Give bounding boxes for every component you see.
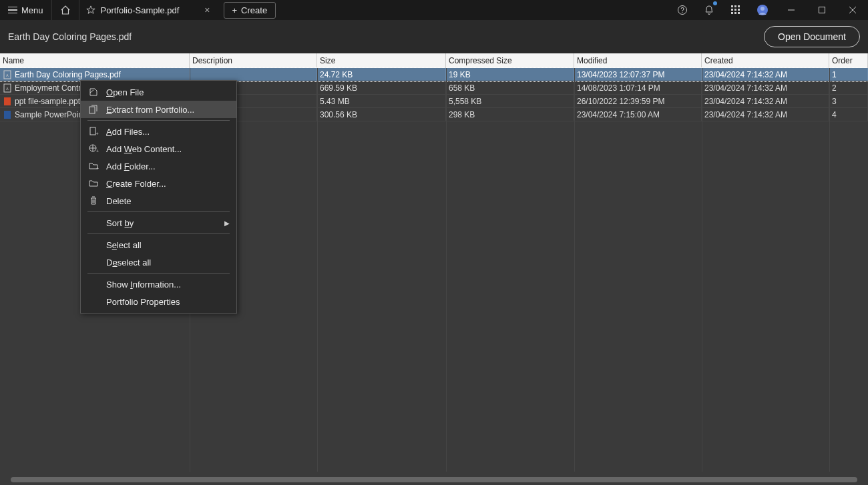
document-tab[interactable]: Portfolio-Sample.pdf ×: [79, 0, 217, 20]
open-file-icon: [87, 86, 99, 98]
cell-compressed: 5,558 KB: [446, 95, 574, 107]
svg-rect-2: [731, 5, 733, 7]
menu-label: Select all: [106, 240, 230, 250]
cell-order: 1: [829, 68, 868, 81]
menu-label: Menu: [21, 5, 43, 15]
svg-rect-7: [738, 9, 740, 11]
add-web-icon: +: [87, 143, 99, 155]
cell-created: 23/04/2024 7:14:32 AM: [702, 68, 829, 81]
cell-size: 5.43 MB: [317, 95, 446, 107]
menu-deselect-all[interactable]: Deselect all: [81, 254, 236, 271]
menu-label: Add Web Content...: [106, 144, 230, 154]
add-folder-icon: +: [87, 160, 99, 172]
cell-order: 3: [829, 95, 868, 107]
cell-created: 23/04/2024 7:14:32 AM: [702, 108, 829, 121]
plus-icon: +: [232, 5, 238, 15]
th-name[interactable]: Name: [0, 53, 190, 68]
svg-rect-21: [4, 97, 11, 105]
svg-rect-24: [90, 127, 95, 135]
horizontal-scrollbar[interactable]: [11, 477, 857, 482]
menu-add-web[interactable]: + Add Web Content...: [81, 140, 236, 157]
bell-icon: [704, 5, 714, 15]
cell-compressed: 298 KB: [446, 108, 574, 121]
th-compressed[interactable]: Compressed Size: [446, 53, 574, 68]
open-document-label: Open Document: [778, 31, 846, 42]
column-separator[interactable]: [702, 68, 702, 472]
hamburger-icon: [8, 7, 17, 14]
home-button[interactable]: [52, 0, 79, 20]
menu-label: Extract from Portfolio...: [106, 105, 230, 115]
ppt-file-icon: [3, 97, 12, 106]
create-button[interactable]: + Create: [224, 2, 276, 19]
svg-rect-5: [731, 9, 733, 11]
profile-button[interactable]: [749, 0, 776, 20]
table-row[interactable]: A Earth Day Coloring Pages.pdf 24.72 KB …: [0, 68, 868, 81]
menu-add-folder[interactable]: + Add Folder...: [81, 157, 236, 175]
profile-icon: [756, 4, 769, 16]
file-name: Earth Day Coloring Pages.pdf: [15, 70, 121, 79]
cell-compressed: 19 KB: [446, 68, 574, 81]
menu-separator: [87, 211, 230, 212]
notification-dot: [713, 1, 717, 5]
add-files-icon: +: [87, 125, 99, 137]
th-size[interactable]: Size: [317, 53, 446, 68]
svg-text:A: A: [6, 73, 9, 77]
menu-delete[interactable]: Delete: [81, 192, 236, 209]
cell-modified: 26/10/2022 12:39:59 PM: [574, 95, 702, 107]
th-order[interactable]: Order: [829, 53, 868, 68]
menu-show-info[interactable]: Show Information...: [81, 276, 236, 293]
menu-label: Add Files...: [106, 127, 230, 137]
svg-rect-3: [734, 5, 736, 7]
column-separator[interactable]: [446, 68, 447, 472]
cell-name: A Earth Day Coloring Pages.pdf: [0, 68, 190, 81]
menu-separator: [87, 273, 230, 274]
menu-button[interactable]: Menu: [0, 0, 52, 20]
svg-rect-8: [731, 12, 733, 14]
menu-create-folder[interactable]: Create Folder...: [81, 175, 236, 192]
th-description[interactable]: Description: [190, 53, 317, 68]
maximize-button[interactable]: [807, 0, 837, 20]
th-modified[interactable]: Modified: [574, 53, 702, 68]
menu-label: Delete: [106, 196, 230, 206]
minimize-button[interactable]: [776, 0, 807, 20]
cell-desc: [190, 68, 317, 81]
svg-rect-23: [89, 107, 95, 113]
column-separator[interactable]: [317, 68, 318, 472]
menu-label: Create Folder...: [106, 179, 230, 189]
pdf-file-icon: A: [3, 70, 12, 79]
close-icon: [849, 6, 857, 14]
svg-rect-14: [819, 7, 825, 13]
close-window-button[interactable]: [837, 0, 868, 20]
column-separator[interactable]: [574, 68, 575, 472]
open-document-button[interactable]: Open Document: [764, 26, 860, 47]
menu-select-all[interactable]: Select all: [81, 236, 236, 254]
blank-icon: [87, 239, 99, 251]
menu-label: Open File: [106, 87, 230, 97]
help-button[interactable]: ?: [669, 0, 696, 20]
th-created[interactable]: Created: [702, 53, 829, 68]
menu-extract[interactable]: Extract from Portfolio...: [81, 101, 236, 118]
svg-rect-6: [734, 9, 736, 11]
menu-label: Show Information...: [106, 280, 230, 290]
tab-close-button[interactable]: ×: [204, 5, 210, 15]
column-separator[interactable]: [829, 68, 830, 472]
svg-point-12: [761, 7, 765, 11]
menu-portfolio-props[interactable]: Portfolio Properties: [81, 293, 236, 310]
menu-sort-by[interactable]: Sort by ▶: [81, 214, 236, 231]
cell-compressed: 658 KB: [446, 81, 574, 94]
blank-icon: [87, 256, 99, 268]
cell-modified: 13/04/2023 12:07:37 PM: [574, 68, 702, 81]
menu-add-files[interactable]: + Add Files...: [81, 123, 236, 140]
menu-open-file[interactable]: Open File: [81, 83, 236, 101]
file-name: ppt file-sample.pptx: [15, 97, 84, 106]
menu-separator: [87, 120, 230, 121]
cell-size: 24.72 KB: [317, 68, 446, 81]
svg-rect-4: [738, 5, 740, 7]
apps-button[interactable]: [722, 0, 749, 20]
svg-text:A: A: [6, 87, 9, 91]
blank-icon: [87, 217, 99, 229]
delete-icon: [87, 195, 99, 207]
notifications-button[interactable]: [696, 0, 722, 20]
create-folder-icon: [87, 177, 99, 189]
maximize-icon: [818, 6, 826, 14]
